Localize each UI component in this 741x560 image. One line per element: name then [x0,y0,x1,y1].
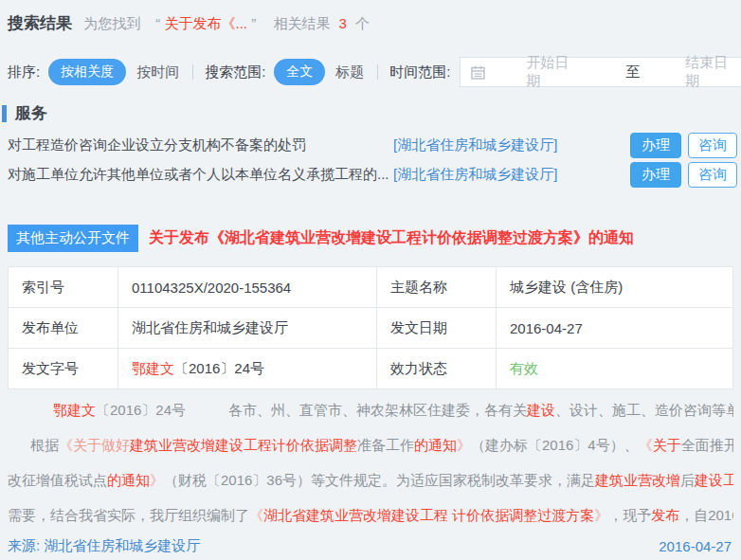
service-org-link[interactable]: [湖北省住房和城乡建设厅] [393,136,557,154]
sort-label: 排序: [8,63,40,81]
body-line: 改征增值税试点的通知》（财税〔2016〕36号）等文件规定。为适应国家税制改革要… [8,462,733,497]
text-segment: ，现予 [608,507,651,523]
text-segment: 建筑业营改增 [595,472,680,488]
meta-label: 发布单位 [9,308,118,349]
consult-button[interactable]: 咨询 [688,133,737,158]
end-date-placeholder[interactable]: 结束日期 [685,54,741,90]
document-meta-table: 索引号01104325X/2020-155364主题名称城乡建设 (含住房)发布… [8,266,733,389]
meta-label: 效力状态 [377,349,497,389]
body-line: 鄂建文〔2016〕24号 各市、州、直管市、神农架林区住建委，各有关建设、设计、… [8,392,733,427]
service-actions: 办理咨询 [630,162,737,188]
meta-label: 发文字号 [9,349,118,389]
text-segment: 的通知 [107,472,150,488]
services-section-title: 服务 [15,102,47,124]
text-segment: ，自2016年5... [679,507,733,523]
text-segment: 01104325X/2020-155364 [132,280,291,296]
text-segment: 根据 [30,437,59,453]
text-segment: 鄂建文 [132,360,174,376]
text-segment: 建设 [527,402,555,418]
results-count: 3 [339,15,347,31]
text-segment: 各市、州、直管市、神农架林区住建委，各有关 [228,402,527,418]
scope-label: 搜索范围: [205,63,265,81]
meta-row: 发布单位湖北省住房和城乡建设厅发文日期2016-04-27 [9,308,733,349]
document-header: 其他主动公开文件 关于发布《湖北省建筑业营改增建设工程计价依据调整过渡方案》的通… [0,225,741,252]
meta-value: 鄂建文〔2016〕24号 [118,349,377,389]
text-segment: 》 [150,472,164,488]
text-segment: 〔2016〕24号 [96,402,186,418]
service-row: 对工程造价咨询企业设立分支机构不备案的处罚[湖北省住房和城乡建设厅]办理咨询 [0,131,741,160]
text-segment: 《 [639,437,653,453]
text-segment: 建筑业营改增建设工程计价依据调整 [130,437,357,453]
text-segment: 关于 [653,437,681,453]
text-segment: 城乡建设 (含住房) [510,279,623,295]
meta-value: 2016-04-27 [497,308,733,349]
section-accent-bar [2,105,7,122]
source-link[interactable]: 来源: 湖北省住房和城乡建设厅 [8,537,200,555]
calendar-icon [471,65,485,80]
text-segment: 全面推开营业税 [681,437,733,453]
service-actions: 办理咨询 [630,133,737,158]
meta-value: 有效 [497,349,733,389]
meta-label: 主题名称 [377,267,497,308]
filter-bar: 排序: 按相关度 按时间 搜索范围: 全文 标题 时间范围: 开始日期 至 结束… [0,57,741,87]
text-segment [186,402,228,418]
document-title-link[interactable]: 关于发布《湖北省建筑业营改增建设工程计价依据调整过渡方案》的通知 [149,228,634,248]
text-segment: 发布 [651,507,679,523]
text-segment: 2016-04-27 [510,320,583,336]
document-body-snippet: 鄂建文〔2016〕24号 各市、州、直管市、神农架林区住建委，各有关建设、设计、… [0,392,741,533]
meta-row: 索引号01104325X/2020-155364主题名称城乡建设 (含住房) [9,267,733,308]
search-keyword: 关于发布《... [165,15,248,31]
text-segment: 《关于做好 [59,437,130,453]
services-section-header: 服务 [2,102,741,124]
text-segment: 需要，结合我省实际，我厅组织编制了 [8,507,249,523]
document-type-badge: 其他主动公开文件 [8,225,138,252]
consult-button[interactable]: 咨询 [688,162,737,188]
text-segment: 后 [680,472,695,488]
meta-value: 湖北省住房和城乡建设厅 [118,308,377,349]
text-segment: 《 [249,507,263,523]
service-row: 对施工单位允许其他单位或者个人以本单位名义承揽工程的...[湖北省住房和城乡建设… [0,160,741,190]
time-range-label: 时间范围: [389,63,450,81]
apply-button[interactable]: 办理 [630,133,681,158]
service-name: 对施工单位允许其他单位或者个人以本单位名义承揽工程的... [8,166,393,184]
scope-title-button[interactable]: 标题 [335,63,364,81]
document-footer: 来源: 湖北省住房和城乡建设厅 2016-04-27 [0,537,741,555]
sort-by-relevance-button[interactable]: 按相关度 [48,59,126,85]
found-prefix: 为您找到 [83,15,140,31]
meta-row: 发文字号鄂建文〔2016〕24号效力状态有效 [9,349,733,389]
text-segment: 》 [594,507,608,523]
quote-close: ” [251,15,256,31]
text-segment: 鄂建文 [53,402,96,418]
meta-value: 城乡建设 (含住房) [497,267,733,308]
body-line: 根据《关于做好建筑业营改增建设工程计价依据调整准备工作的通知》（建办标〔2016… [8,427,733,462]
search-result-header: 搜索结果 为您找到 “ 关于发布《... ” 相关结果 3 个 [0,0,741,34]
scope-fulltext-button[interactable]: 全文 [274,59,325,85]
service-name: 对工程造价咨询企业设立分支机构不备案的处罚 [8,136,393,154]
date-range-input[interactable]: 开始日期 至 结束日期 [460,57,741,87]
start-date-placeholder[interactable]: 开始日期 [527,54,583,90]
body-line: 需要，结合我省实际，我厅组织编制了《湖北省建筑业营改增建设工程 计价依据调整过渡… [8,497,733,533]
text-segment: 〔2016〕24号 [174,360,264,376]
publish-date: 2016-04-27 [659,538,732,554]
text-segment: 有效 [510,360,538,376]
text-segment: （财税〔2016〕36号）等文件规定。为适应国家税制改革要求，满足 [164,472,595,488]
results-unit: 个 [355,15,370,31]
services-list: 对工程造价咨询企业设立分支机构不备案的处罚[湖北省住房和城乡建设厅]办理咨询对施… [0,131,741,190]
meta-label: 发文日期 [377,308,497,349]
meta-label: 索引号 [9,267,118,308]
date-to-label: 至 [625,63,640,81]
quote-open: “ [155,15,160,31]
text-segment: 的通知 [414,437,457,453]
page-title: 搜索结果 [8,14,72,32]
text-segment: 湖北省建筑业营改增建设工程 计价依据调整过渡方案 [263,507,594,523]
text-segment: 》 [457,437,471,453]
text-segment: 准备工作 [357,437,414,453]
divider [192,64,193,80]
apply-button[interactable]: 办理 [630,162,681,188]
service-org-link[interactable]: [湖北省住房和城乡建设厅] [393,166,557,184]
divider [377,64,378,80]
text-segment: （建办标〔2016〕4号）、 [471,437,639,453]
sort-by-time-button[interactable]: 按时间 [136,63,179,81]
results-label: 相关结果 [273,15,330,31]
text-segment: 湖北省住房和城乡建设厅 [132,319,288,335]
